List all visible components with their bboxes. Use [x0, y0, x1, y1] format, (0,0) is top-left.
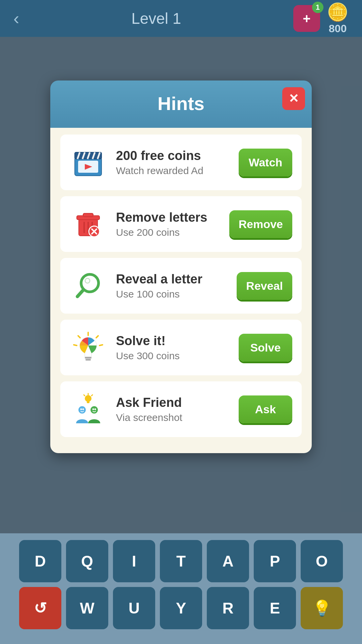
solve-button[interactable]: Solve [239, 334, 292, 362]
svg-point-37 [93, 409, 94, 410]
reset-button[interactable]: ↺ [19, 587, 61, 629]
remove-subtitle: Use 200 coins [116, 227, 220, 238]
watch-button[interactable]: Watch [239, 149, 292, 176]
remove-title: Remove letters [116, 210, 220, 225]
svg-line-23 [78, 336, 80, 338]
key-Q[interactable]: Q [66, 540, 108, 582]
svg-point-34 [90, 406, 98, 414]
coins-amount: 800 [329, 22, 347, 35]
svg-point-33 [78, 406, 86, 414]
remove-button[interactable]: Remove [229, 210, 292, 238]
hints-modal: Hints ✕ [50, 80, 312, 453]
top-bar: ‹ Level 1 + 1 🪙 800 [0, 0, 362, 37]
hint-row-remove: Remove letters Use 200 coins Remove [60, 196, 302, 252]
svg-point-36 [82, 409, 84, 410]
solve-subtitle: Use 300 coins [116, 350, 229, 362]
clapperboard-icon [71, 146, 105, 179]
solve-text: Solve it! Use 300 coins [116, 334, 229, 362]
reveal-icon-area [70, 267, 107, 304]
lightbulb-icon [71, 331, 105, 364]
svg-line-22 [96, 336, 98, 338]
hint-row-solve: Solve it! Use 300 coins Solve [60, 320, 302, 375]
svg-point-20 [85, 278, 90, 283]
close-button[interactable]: ✕ [282, 87, 305, 110]
key-A[interactable]: A [207, 540, 249, 582]
svg-line-31 [92, 395, 93, 396]
plus-icon: + [303, 11, 310, 26]
key-W[interactable]: W [66, 587, 108, 629]
key-O[interactable]: O [301, 540, 343, 582]
reveal-title: Reveal a letter [116, 272, 227, 286]
key-E[interactable]: E [254, 587, 296, 629]
watch-title: 200 free coins [116, 149, 229, 163]
ask-button[interactable]: Ask [239, 395, 292, 423]
hint-key-button[interactable]: 💡 [301, 587, 343, 629]
badge-count: 1 [312, 2, 323, 13]
reveal-subtitle: Use 100 coins [116, 288, 227, 300]
watch-icon-area [70, 144, 107, 181]
reveal-text: Reveal a letter Use 100 coins [116, 272, 227, 300]
svg-rect-11 [83, 213, 93, 217]
svg-point-38 [95, 409, 96, 410]
ask-subtitle: Via screenshot [116, 412, 229, 423]
reveal-button[interactable]: Reveal [237, 272, 292, 300]
svg-point-28 [85, 395, 92, 402]
key-U[interactable]: U [113, 587, 155, 629]
remove-icon-area [70, 206, 107, 243]
svg-rect-26 [85, 357, 92, 359]
hint-row-reveal: Reveal a letter Use 100 coins Reveal [60, 258, 302, 314]
solve-title: Solve it! [116, 334, 229, 348]
remove-text: Remove letters Use 200 coins [116, 210, 220, 238]
coins-icon: 🪙 [327, 2, 349, 22]
svg-point-35 [80, 409, 82, 410]
hints-title: Hints [158, 93, 204, 114]
keyboard-area: D Q I T A P O ↺ W U Y R E 💡 [0, 533, 362, 644]
magnifier-icon [71, 269, 105, 303]
key-T[interactable]: T [160, 540, 202, 582]
keyboard-row-1: D Q I T A P O [7, 540, 355, 582]
ask-icon-area [70, 391, 107, 428]
top-right-controls: + 1 🪙 800 [293, 2, 349, 35]
svg-line-24 [100, 345, 103, 345]
watch-text: 200 free coins Watch rewarded Ad [116, 149, 229, 176]
svg-line-19 [77, 290, 83, 297]
ask-text: Ask Friend Via screenshot [116, 395, 229, 423]
coins-display: 🪙 800 [327, 2, 349, 35]
friends-icon [71, 392, 105, 426]
hint-row-watch: 200 free coins Watch rewarded Ad Watch [60, 135, 302, 190]
hints-header: Hints ✕ [50, 80, 312, 128]
svg-line-25 [74, 345, 77, 345]
svg-line-32 [84, 395, 85, 396]
plus-button[interactable]: + 1 [293, 5, 320, 32]
svg-rect-27 [85, 359, 91, 361]
keyboard-row-2: ↺ W U Y R E 💡 [7, 587, 355, 629]
key-R[interactable]: R [207, 587, 249, 629]
key-P[interactable]: P [254, 540, 296, 582]
key-D[interactable]: D [19, 540, 61, 582]
level-title: Level 1 [131, 9, 181, 28]
svg-rect-29 [87, 401, 89, 403]
ask-title: Ask Friend [116, 395, 229, 410]
close-icon: ✕ [289, 92, 299, 106]
solve-icon-area [70, 329, 107, 366]
back-button[interactable]: ‹ [13, 10, 19, 27]
hints-body: 200 free coins Watch rewarded Ad Watch [50, 128, 312, 453]
game-area: Hints ✕ [0, 37, 362, 644]
key-Y[interactable]: Y [160, 587, 202, 629]
watch-subtitle: Watch rewarded Ad [116, 165, 229, 176]
key-I[interactable]: I [113, 540, 155, 582]
hint-row-ask: Ask Friend Via screenshot Ask [60, 381, 302, 437]
trash-icon [71, 207, 105, 241]
